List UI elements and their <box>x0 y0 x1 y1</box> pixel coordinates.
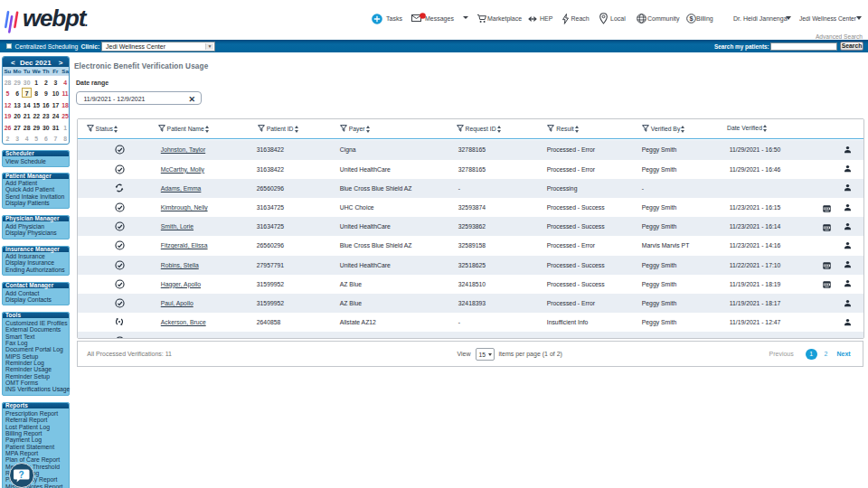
svg-text:$: $ <box>689 14 693 23</box>
svg-text:?: ? <box>18 469 24 479</box>
